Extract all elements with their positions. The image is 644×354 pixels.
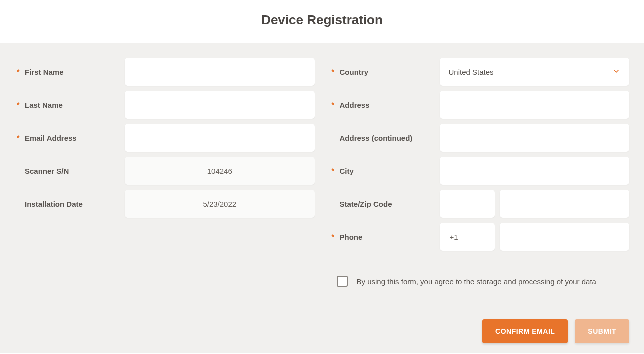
- city-input[interactable]: [440, 157, 630, 185]
- email-input[interactable]: [125, 124, 315, 152]
- address-input[interactable]: [440, 91, 630, 119]
- phone-input[interactable]: [500, 223, 630, 251]
- address-label: Address: [340, 101, 370, 109]
- scanner-sn-label: Scanner S/N: [25, 167, 69, 175]
- address2-input[interactable]: [440, 124, 630, 152]
- consent-checkbox[interactable]: [337, 276, 348, 287]
- page-title: Device Registration: [0, 12, 644, 28]
- address-row: * Address: [330, 91, 630, 119]
- required-marker: *: [17, 101, 22, 109]
- required-marker: *: [332, 101, 337, 109]
- scanner-sn-input: [125, 157, 315, 185]
- last-name-row: * Last Name: [15, 91, 315, 119]
- address2-label: Address (continued): [340, 134, 413, 142]
- state-zip-row: State/Zip Code: [330, 190, 630, 218]
- consent-row: By using this form, you agree to the sto…: [330, 276, 630, 287]
- email-label: Email Address: [25, 134, 77, 142]
- phone-label: Phone: [340, 233, 363, 241]
- consent-text: By using this form, you agree to the sto…: [357, 277, 596, 286]
- required-marker: *: [17, 134, 22, 142]
- last-name-input[interactable]: [125, 91, 315, 119]
- city-label: City: [340, 167, 354, 175]
- page-header: Device Registration: [0, 0, 644, 43]
- country-select[interactable]: United States: [440, 58, 630, 86]
- email-row: * Email Address: [15, 124, 315, 152]
- required-marker: *: [332, 68, 337, 76]
- zip-input[interactable]: [500, 190, 630, 218]
- right-column: * Country United States: [330, 58, 630, 343]
- install-date-row: Installation Date: [15, 190, 315, 218]
- state-input[interactable]: [440, 190, 495, 218]
- submit-button[interactable]: SUBMIT: [575, 319, 629, 343]
- phone-row: * Phone: [330, 223, 630, 251]
- city-row: * City: [330, 157, 630, 185]
- state-zip-label: State/Zip Code: [340, 200, 392, 208]
- country-value: United States: [449, 68, 494, 76]
- first-name-label: First Name: [25, 68, 64, 76]
- required-marker: *: [332, 233, 337, 241]
- required-marker: *: [17, 68, 22, 76]
- required-marker: *: [332, 167, 337, 175]
- first-name-row: * First Name: [15, 58, 315, 86]
- confirm-email-button[interactable]: CONFIRM EMAIL: [482, 319, 568, 343]
- last-name-label: Last Name: [25, 101, 63, 109]
- left-column: * First Name * Last Name *: [15, 58, 315, 343]
- install-date-label: Installation Date: [25, 200, 83, 208]
- form-area: * First Name * Last Name *: [0, 43, 644, 353]
- scanner-sn-row: Scanner S/N: [15, 157, 315, 185]
- country-row: * Country United States: [330, 58, 630, 86]
- button-row: CONFIRM EMAIL SUBMIT: [330, 319, 630, 343]
- phone-prefix-input: [440, 223, 495, 251]
- chevron-down-icon: [612, 67, 620, 77]
- first-name-input[interactable]: [125, 58, 315, 86]
- country-label: Country: [340, 68, 369, 76]
- address2-row: Address (continued): [330, 124, 630, 152]
- form-grid: * First Name * Last Name *: [15, 58, 629, 343]
- install-date-input: [125, 190, 315, 218]
